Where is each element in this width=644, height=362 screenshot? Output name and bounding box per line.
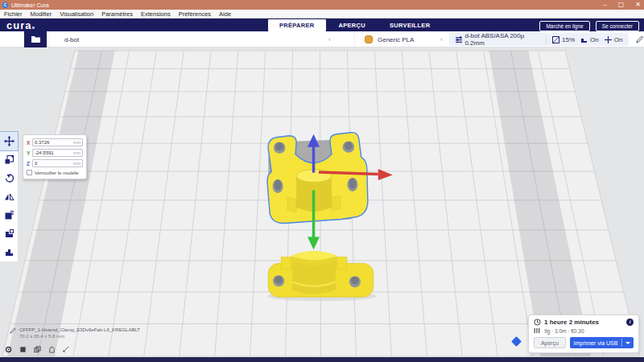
close-icon[interactable]: ✕ [635,0,641,10]
infill-value: 15% [562,36,575,43]
infill-icon [552,36,559,43]
viewport-3d[interactable] [0,47,644,357]
per-model-settings-button[interactable] [0,206,18,224]
model-info: CFFFP_1-Hotend_Clamp_E3Dv6eFab-L6_KREGLA… [10,327,140,339]
gear-icon[interactable] [5,346,12,353]
print-summary-panel: 1 heure 2 minutes i 9g · 3.0m · €0.30 Ap… [528,315,639,353]
support-value: On [590,36,599,43]
print-via-usb-label: Imprimer via USB [570,340,621,346]
y-unit: mm [73,150,80,155]
menu-visualisation[interactable]: Visualisation [60,10,93,18]
tab-preparer[interactable]: PRÉPARER [268,19,326,31]
z-unit: mm [73,161,80,166]
material-name: Generic PLA [378,36,414,43]
per-model-settings-icon [4,210,14,220]
edit-settings-pencil-icon[interactable] [636,35,644,43]
window-bottom-edge [0,357,644,362]
app-icon: C [2,2,8,8]
printer-selector[interactable]: d-bot [64,36,79,43]
move-icon [4,136,14,146]
material-icon [365,35,373,43]
app-header: cura PRÉPARER APERÇU SURVEILLER Marché e… [0,19,644,31]
rename-pencil-icon[interactable] [10,327,16,334]
rotate-tool-button[interactable] [0,169,18,187]
hand-view-icon[interactable] [48,346,56,353]
model-file-name[interactable]: CFFFP_1-Hotend_Clamp_E3Dv6eFab-L6_KREGLA… [19,327,140,332]
print-settings-summary[interactable]: d-bot ABS/ASA 200µ 0.2mm 15% On [449,33,629,46]
model-dimensions: 70.2 x 65.4 x 5.8 mm [19,334,140,339]
menu-bar: Fichier Modifier Visualisation Paramètre… [0,10,644,19]
settings-collapse-chevron-icon[interactable]: ‹ [440,35,443,43]
printer-collapse-chevron-icon[interactable]: ‹ [328,35,331,43]
material-selector[interactable]: Generic PLA [354,31,414,47]
stage-tabs: PRÉPARER APERÇU SURVEILLER [268,19,441,31]
sign-in-button[interactable]: Se connecter [596,21,639,31]
menu-modifier[interactable]: Modifier [31,10,52,18]
menu-parametres[interactable]: Paramètres [101,10,133,18]
adhesion-value: On [614,36,623,43]
minimize-icon[interactable]: – [603,0,606,10]
x-position-field[interactable]: mm [32,138,83,146]
scale-tool-button[interactable] [0,150,18,169]
y-position-input[interactable] [35,150,73,155]
filament-spool-icon [534,327,541,334]
menu-aide[interactable]: Aide [219,10,231,18]
info-icon[interactable]: i [626,319,634,326]
z-position-input[interactable] [35,161,73,166]
print-settings-zone: ‹ d-bot ABS/ASA 200µ 0.2mm 15% [439,31,644,47]
mirror-icon [4,191,14,202]
y-label: Y [27,150,32,156]
position-panel: X mm Y mm Z mm Verrouiller le modèle [23,134,87,179]
menu-fichier[interactable]: Fichier [4,10,23,18]
preview-button[interactable]: Aperçu [534,337,566,348]
support-blocker-button[interactable] [0,224,18,243]
config-bar: d-bot ‹ Generic PLA ‹ d-bot ABS/ASA 200µ… [0,31,644,47]
marketplace-button[interactable]: Marché en ligne [539,21,589,31]
y-position-field[interactable]: mm [32,149,83,157]
mirror-tool-button[interactable] [0,187,18,206]
z-label: Z [27,161,32,167]
profile-sliders-icon [456,36,462,43]
folder-open-icon [31,35,41,43]
print-options-chevron-icon[interactable] [622,342,634,344]
mesh-tools-icon [4,247,14,257]
tab-apercu[interactable]: APERÇU [328,19,377,31]
lock-model-label: Verrouiller le modèle [35,171,79,175]
support-blocker-icon [4,228,14,239]
duplicate-icon[interactable] [34,346,41,353]
move-tool-button[interactable] [0,132,18,150]
view-tools [5,346,70,353]
adhesion-icon [605,36,612,43]
measure-icon[interactable] [63,346,70,353]
print-via-usb-button[interactable]: Imprimer via USB [570,337,634,348]
menu-extensions[interactable]: Extensions [141,10,171,18]
cura-logo: cura [6,19,35,31]
material-usage: 9g · 3.0m · €0.30 [544,328,584,334]
z-position-field[interactable]: mm [32,159,83,167]
x-label: X [27,140,32,146]
window-title: Ultimaker Cura [11,2,49,8]
support-icon [580,36,588,43]
tool-toolbar [0,131,19,262]
print-time-estimate: 1 heure 2 minutes [544,319,623,326]
tab-surveiller[interactable]: SURVEILLER [378,19,441,31]
rotate-icon [4,173,14,183]
open-file-button[interactable] [24,31,47,47]
x-position-input[interactable] [35,140,73,145]
x-unit: mm [73,140,80,145]
menu-preferences[interactable]: Préférences [179,10,211,18]
lock-model-checkbox[interactable] [27,170,32,175]
clock-icon [534,319,541,326]
scale-icon [4,154,14,165]
mesh-tools-button[interactable] [0,243,18,261]
profile-summary-label: d-bot ABS/ASA 200µ 0.2mm [464,32,540,47]
maximize-icon[interactable]: ▢ [618,0,625,10]
window-titlebar: C Ultimaker Cura – ▢ ✕ [0,0,644,10]
cube-view-icon[interactable] [19,346,27,353]
build-plate-scene [0,47,644,357]
